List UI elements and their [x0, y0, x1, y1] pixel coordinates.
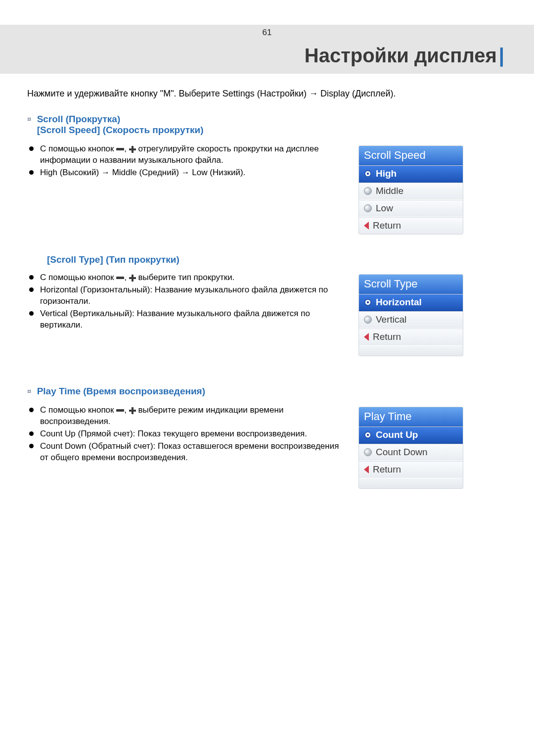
- marker-icon: ¤: [27, 387, 31, 395]
- return-icon: [364, 466, 369, 473]
- panel-item-return[interactable]: Return: [359, 329, 463, 346]
- panel-item-count-up-label: Count Up: [376, 429, 418, 440]
- play-time-bullet-3: Count Down (Обратный счет): Показ оставш…: [27, 441, 344, 464]
- intro-prefix: Нажмите и удерживайте кнопку "M". Выбери…: [27, 89, 307, 98]
- scroll-type-bullet-3: Vertical (Вертикальный): Название музыка…: [27, 308, 344, 331]
- st-b1-post: выберите тип прокрутки.: [138, 273, 234, 282]
- section-play-time: ¤ Play Time (Время воспроизведения) С по…: [27, 386, 504, 489]
- scroll-bullet-2: High (Высокий) → Middle (Средний) → Low …: [27, 167, 344, 179]
- heading-scroll-line1: Scroll (Прокрутка): [37, 114, 121, 124]
- scroll-text-block: С помощью кнопок , отрегулируйте скорост…: [27, 143, 344, 180]
- panel-item-vertical[interactable]: Vertical: [359, 311, 463, 329]
- svg-point-5: [367, 434, 369, 436]
- panel-item-count-down[interactable]: Count Down: [359, 444, 463, 461]
- play-time-bullet-1: С помощью кнопок , выберите режим индика…: [27, 405, 344, 427]
- scroll-b2-pre: High (Высокий): [40, 168, 99, 177]
- svg-point-3: [367, 301, 369, 303]
- radio-icon: [364, 448, 372, 456]
- panel-item-low[interactable]: Low: [359, 200, 463, 217]
- arrow-icon: →: [181, 168, 190, 177]
- panel-item-high[interactable]: High: [359, 165, 463, 183]
- panel-item-horizontal[interactable]: Horizontal: [359, 294, 463, 311]
- page-number: 61: [0, 25, 534, 41]
- scroll-bullet-1: С помощью кнопок , отрегулируйте скорост…: [27, 143, 344, 166]
- plus-icon: [129, 275, 136, 282]
- arrow-icon: →: [309, 89, 318, 98]
- page: 61 Настройки дисплея| Нажмите и удержива…: [0, 0, 534, 756]
- gear-icon: [364, 170, 372, 178]
- heading-scroll-line2: [Scroll Speed] (Скорость прокрутки): [37, 125, 204, 135]
- page-title-bar: Настройки дисплея|: [0, 41, 534, 74]
- return-icon: [364, 333, 369, 341]
- scroll-type-text-block: С помощью кнопок , выберите тип прокрутк…: [27, 272, 344, 332]
- panel-item-return-label: Return: [373, 220, 401, 231]
- scroll-b2-mid: Middle (Средний): [112, 168, 179, 177]
- st-b1-pre: С помощью кнопок: [40, 273, 114, 282]
- radio-icon: [364, 187, 372, 195]
- panel-gap: [359, 346, 463, 356]
- panel-item-middle[interactable]: Middle: [359, 183, 463, 200]
- svg-point-1: [367, 173, 369, 175]
- radio-icon: [364, 204, 372, 212]
- scroll-b2-post: Low (Низкий).: [192, 168, 245, 177]
- panel-item-return[interactable]: Return: [359, 217, 463, 234]
- section-heading-play-time: ¤ Play Time (Время воспроизведения): [27, 386, 504, 397]
- panel-item-count-down-label: Count Down: [376, 447, 428, 458]
- section-heading-scroll: ¤ Scroll (Прокрутка) ¤ [Scroll Speed] (С…: [27, 114, 504, 136]
- panel-item-return-label: Return: [373, 331, 401, 342]
- intro-suffix: Display (Дисплей).: [320, 89, 396, 98]
- marker-icon: ¤: [27, 115, 31, 123]
- heading-scroll-type: [Scroll Type] (Тип прокрутки): [27, 254, 504, 265]
- panel-item-count-up[interactable]: Count Up: [359, 426, 463, 444]
- section-scroll: ¤ Scroll (Прокрутка) ¤ [Scroll Speed] (С…: [27, 114, 504, 356]
- panel-item-horizontal-label: Horizontal: [376, 297, 422, 308]
- pt-b1-pre: С помощью кнопок: [40, 405, 114, 415]
- panel-play-time: Play Time Count Up Count Down: [358, 407, 463, 489]
- heading-play-time: Play Time (Время воспроизведения): [37, 386, 205, 396]
- gear-icon: [364, 298, 372, 306]
- panel-scroll-type: Scroll Type Horizontal Vertical: [358, 274, 463, 356]
- panel-item-high-label: High: [376, 168, 397, 179]
- play-time-bullet-2: Count Up (Прямой счет): Показ текущего в…: [27, 428, 344, 440]
- play-time-text-block: С помощью кнопок , выберите режим индика…: [27, 405, 344, 465]
- content: Нажмите и удерживайте кнопку "M". Выбери…: [0, 74, 534, 489]
- scroll-type-bullet-2: Horizontal (Горизонтальный): Название му…: [27, 284, 344, 307]
- panel-item-return-label: Return: [373, 464, 401, 475]
- scroll-type-bullet-1: С помощью кнопок , выберите тип прокрутк…: [27, 272, 344, 284]
- panel-scroll-speed-title: Scroll Speed: [359, 146, 463, 165]
- gear-icon: [364, 431, 372, 439]
- title-cursor: |: [499, 45, 504, 66]
- return-icon: [364, 222, 369, 230]
- arrow-icon: →: [101, 168, 110, 177]
- pt-b1-mid: ,: [124, 405, 127, 415]
- radio-icon: [364, 316, 372, 324]
- st-b1-mid: ,: [124, 273, 127, 282]
- panel-item-return[interactable]: Return: [359, 461, 463, 478]
- panel-play-time-title: Play Time: [359, 407, 463, 426]
- plus-icon: [129, 407, 136, 414]
- panel-gap: [359, 478, 463, 488]
- plus-icon: [129, 146, 136, 153]
- scroll-b1-pre: С помощью кнопок: [40, 144, 114, 153]
- top-spacer: [0, 0, 534, 25]
- minus-icon: [116, 148, 124, 150]
- panel-scroll-speed: Scroll Speed High Middle: [358, 145, 463, 235]
- scroll-b1-mid: ,: [124, 144, 127, 153]
- panel-scroll-type-title: Scroll Type: [359, 275, 463, 294]
- page-title: Настройки дисплея: [305, 45, 497, 66]
- minus-icon: [116, 409, 124, 412]
- intro-text: Нажмите и удерживайте кнопку "M". Выбери…: [27, 89, 504, 99]
- minus-icon: [116, 277, 124, 279]
- panel-item-middle-label: Middle: [376, 186, 403, 196]
- panel-item-low-label: Low: [376, 203, 393, 214]
- panel-item-vertical-label: Vertical: [376, 314, 406, 325]
